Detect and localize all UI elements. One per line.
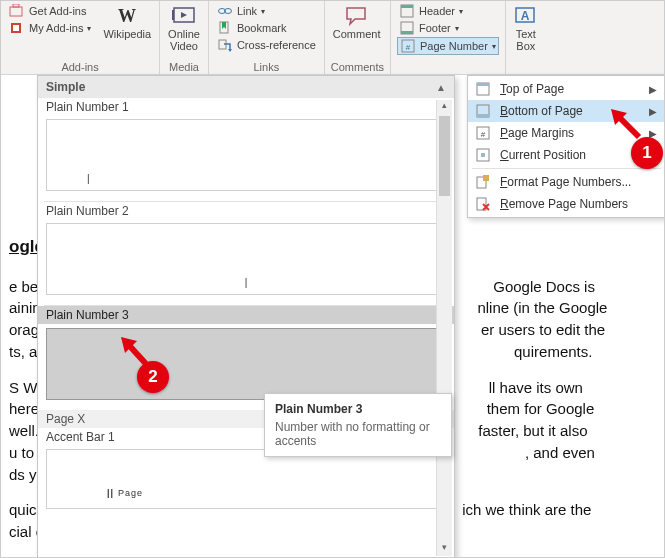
gallery-item-plain-1-label: Plain Number 1 xyxy=(38,98,454,115)
current-position-icon xyxy=(474,147,492,163)
page-number-button[interactable]: # Page Number ▾ xyxy=(397,37,499,55)
group-comments-label: Comments xyxy=(331,61,384,75)
text-box-label: Text Box xyxy=(516,28,536,52)
submenu-arrow-icon: ▶ xyxy=(649,106,657,117)
header-button[interactable]: Header ▾ xyxy=(397,3,499,19)
callout-arrow-1 xyxy=(611,109,649,143)
group-addins: Get Add-ins My Add-ins ▾ W Wikipedia Add… xyxy=(1,1,160,75)
gallery-tooltip: Plain Number 3 Number with no formatting… xyxy=(264,393,452,457)
svg-rect-3 xyxy=(13,25,19,31)
group-addins-label: Add-ins xyxy=(7,61,153,75)
svg-rect-7 xyxy=(172,10,174,20)
svg-rect-0 xyxy=(10,7,22,16)
gallery-scrollbar[interactable]: ▴ ▾ xyxy=(436,100,452,556)
callout-arrow-2 xyxy=(121,337,155,371)
store-icon xyxy=(9,4,25,18)
comment-icon xyxy=(345,5,369,27)
text-box-button[interactable]: A Text Box xyxy=(512,3,540,54)
svg-text:W: W xyxy=(118,6,136,26)
group-links-label: Links xyxy=(215,61,318,75)
group-header-footer: Header ▾ Footer ▾ # Page Number ▾ xyxy=(391,1,506,75)
header-icon xyxy=(399,4,415,18)
gallery-simple-header: Simple ▲ xyxy=(38,76,454,98)
get-addins-button[interactable]: Get Add-ins xyxy=(7,3,93,19)
cross-ref-label: Cross-reference xyxy=(237,39,316,51)
cross-reference-button[interactable]: Cross-reference xyxy=(215,37,318,53)
tooltip-body: Number with no formatting or accents xyxy=(275,420,441,448)
gallery-item-plain-3-label: Plain Number 3 xyxy=(38,306,454,324)
menu-separator xyxy=(472,168,661,169)
group-comments: Comment Comments xyxy=(325,1,391,75)
footer-icon xyxy=(399,21,415,35)
cross-ref-icon xyxy=(217,38,233,52)
svg-rect-31 xyxy=(483,175,489,181)
my-addins-button[interactable]: My Add-ins ▾ xyxy=(7,20,93,36)
footer-button[interactable]: Footer ▾ xyxy=(397,20,499,36)
online-video-button[interactable]: Online Video xyxy=(166,3,202,54)
bookmark-icon xyxy=(217,21,233,35)
get-addins-label: Get Add-ins xyxy=(29,5,86,17)
chevron-up-icon[interactable]: ▲ xyxy=(436,82,446,93)
group-hf-label xyxy=(397,61,499,75)
menu-top-of-page[interactable]: Top of Page ▶ xyxy=(468,78,665,100)
bookmark-button[interactable]: Bookmark xyxy=(215,20,318,36)
group-links: Link ▾ Bookmark Cross-reference Links xyxy=(209,1,325,75)
svg-rect-15 xyxy=(401,5,413,8)
svg-text:#: # xyxy=(481,130,486,139)
comment-label: Comment xyxy=(333,28,381,40)
page-bottom-icon xyxy=(474,103,492,119)
gallery-item-accent-1[interactable]: ||Page xyxy=(46,449,446,509)
svg-text:#: # xyxy=(406,43,411,52)
gallery-item-plain-1[interactable]: | xyxy=(46,119,446,191)
gallery-item-plain-2-label: Plain Number 2 xyxy=(38,202,454,219)
page-number-label: Page Number xyxy=(420,40,488,52)
page-margins-icon: # xyxy=(474,125,492,141)
wikipedia-icon: W xyxy=(115,5,139,27)
comment-button[interactable]: Comment xyxy=(331,3,383,42)
addins-icon xyxy=(9,21,25,35)
wikipedia-button[interactable]: W Wikipedia xyxy=(101,3,153,42)
svg-marker-6 xyxy=(181,12,187,18)
link-label: Link xyxy=(237,5,257,17)
text-box-icon: A xyxy=(514,5,538,27)
svg-text:A: A xyxy=(520,9,529,23)
gallery-item-plain-2[interactable]: | xyxy=(46,223,446,295)
gallery-item-plain-3[interactable] xyxy=(46,328,446,400)
online-video-label: Online Video xyxy=(168,28,200,52)
svg-marker-13 xyxy=(228,49,232,52)
group-text: A Text Box xyxy=(506,1,546,75)
remove-icon xyxy=(474,196,492,212)
tooltip-title: Plain Number 3 xyxy=(275,402,441,416)
video-icon xyxy=(172,5,196,27)
format-icon xyxy=(474,174,492,190)
menu-remove-page-numbers[interactable]: Remove Page Numbers xyxy=(468,193,665,215)
link-icon xyxy=(217,4,233,18)
page-number-icon: # xyxy=(400,39,416,53)
svg-rect-25 xyxy=(477,114,489,117)
my-addins-label: My Add-ins xyxy=(29,22,83,34)
group-media-label: Media xyxy=(166,61,202,75)
ribbon: Get Add-ins My Add-ins ▾ W Wikipedia Add… xyxy=(1,1,664,75)
bookmark-label: Bookmark xyxy=(237,22,287,34)
submenu-arrow-icon: ▶ xyxy=(649,84,657,95)
page-number-gallery: Simple ▲ Plain Number 1 | Plain Number 2… xyxy=(37,75,455,558)
header-label: Header xyxy=(419,5,455,17)
svg-rect-29 xyxy=(481,153,485,157)
menu-format-page-numbers[interactable]: Format Page Numbers... xyxy=(468,171,665,193)
svg-rect-17 xyxy=(401,31,413,34)
svg-rect-1 xyxy=(13,4,19,7)
link-button[interactable]: Link ▾ xyxy=(215,3,318,19)
group-media: Online Video Media xyxy=(160,1,209,75)
svg-rect-23 xyxy=(477,83,489,86)
wikipedia-label: Wikipedia xyxy=(103,28,151,40)
page-top-icon xyxy=(474,81,492,97)
footer-label: Footer xyxy=(419,22,451,34)
